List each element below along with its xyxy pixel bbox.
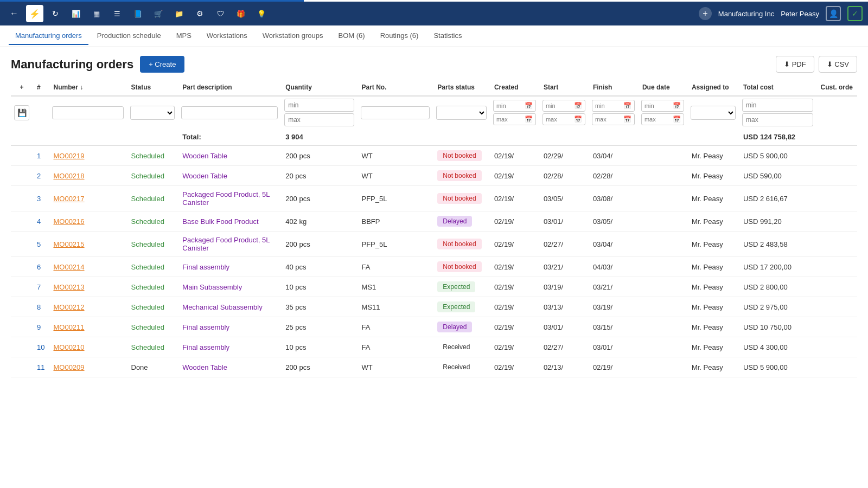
row-mo-id[interactable]: MO00212 bbox=[49, 297, 126, 317]
row-index[interactable]: 7 bbox=[33, 277, 49, 297]
col-number[interactable]: Number ↓ bbox=[49, 79, 126, 96]
row-index[interactable]: 3 bbox=[33, 186, 49, 211]
filter-status-select[interactable]: Scheduled Done bbox=[130, 106, 175, 120]
row-part-desc[interactable]: Mechanical Subassembly bbox=[178, 297, 281, 317]
col-created[interactable]: Created bbox=[490, 79, 539, 96]
nav-bom[interactable]: BOM (6) bbox=[332, 27, 372, 45]
calendar-finish-min-icon[interactable]: 📅 bbox=[623, 102, 631, 110]
row-part-desc[interactable]: Main Subassembly bbox=[178, 277, 281, 297]
app-icon-sync[interactable]: ↻ bbox=[47, 5, 64, 22]
calendar-due-min-icon[interactable]: 📅 bbox=[673, 102, 681, 110]
col-start[interactable]: Start bbox=[539, 79, 589, 96]
app-icon-list[interactable]: ☰ bbox=[108, 5, 126, 22]
app-icon-book[interactable]: 📘 bbox=[129, 5, 146, 22]
filter-created-min-input[interactable] bbox=[496, 102, 524, 109]
col-part-desc[interactable]: Part description bbox=[178, 79, 281, 96]
col-quantity[interactable]: Quantity bbox=[281, 79, 357, 96]
row-mo-id[interactable]: MO00209 bbox=[49, 357, 126, 377]
row-mo-id[interactable]: MO00218 bbox=[49, 166, 126, 186]
row-index[interactable]: 2 bbox=[33, 166, 49, 186]
row-part-desc[interactable]: Final assembly bbox=[178, 317, 281, 337]
row-part-desc[interactable]: Final assembly bbox=[178, 257, 281, 277]
filter-quantity-min[interactable] bbox=[284, 99, 354, 112]
filter-created-max[interactable]: 📅 bbox=[493, 113, 536, 125]
col-finish[interactable]: Finish bbox=[589, 79, 638, 96]
row-mo-id[interactable]: MO00215 bbox=[49, 232, 126, 257]
col-due-date[interactable]: Due date bbox=[638, 79, 687, 96]
calendar-due-max-icon[interactable]: 📅 bbox=[673, 115, 681, 123]
back-arrow-icon[interactable]: ← bbox=[5, 5, 23, 22]
filter-cost-min[interactable] bbox=[742, 99, 813, 112]
row-mo-id[interactable]: MO00214 bbox=[49, 257, 126, 277]
row-index[interactable]: 9 bbox=[33, 317, 49, 337]
filter-start-min[interactable]: 📅 bbox=[542, 100, 585, 112]
col-total-cost[interactable]: Total cost bbox=[739, 79, 816, 96]
filter-cost-max[interactable] bbox=[742, 113, 813, 126]
filter-start-min-input[interactable] bbox=[546, 102, 573, 109]
col-parts-status[interactable]: Parts status bbox=[433, 79, 490, 96]
row-part-desc[interactable]: Final assembly bbox=[178, 337, 281, 357]
filter-parts-status-select[interactable]: Not booked Delayed Expected Received bbox=[436, 106, 487, 120]
filter-start-max-input[interactable] bbox=[546, 116, 573, 123]
nav-mps[interactable]: MPS bbox=[170, 27, 198, 45]
row-index[interactable]: 8 bbox=[33, 297, 49, 317]
filter-finish-max[interactable]: 📅 bbox=[592, 113, 635, 125]
row-part-desc[interactable]: Wooden Table bbox=[178, 166, 281, 186]
filter-duedate-min-input[interactable] bbox=[644, 102, 672, 109]
filter-duedate-min[interactable]: 📅 bbox=[641, 100, 684, 112]
app-icon-bulb[interactable]: 💡 bbox=[253, 5, 270, 22]
filter-finish-max-input[interactable] bbox=[595, 116, 622, 123]
row-mo-id[interactable]: MO00210 bbox=[49, 337, 126, 357]
filter-number-input[interactable] bbox=[52, 106, 123, 119]
filter-duedate-max-input[interactable] bbox=[644, 116, 672, 123]
app-icon-gear[interactable]: ⚙ bbox=[191, 5, 208, 22]
filter-created-max-input[interactable] bbox=[496, 116, 524, 123]
create-button[interactable]: + Create bbox=[140, 56, 184, 73]
app-icon-lightning[interactable]: ⚡ bbox=[26, 5, 43, 22]
row-index[interactable]: 6 bbox=[33, 257, 49, 277]
col-cust-order[interactable]: Cust. orde bbox=[816, 79, 857, 96]
row-mo-id[interactable]: MO00216 bbox=[49, 211, 126, 232]
csv-button[interactable]: ⬇ CSV bbox=[819, 56, 857, 73]
calendar-start-min-icon[interactable]: 📅 bbox=[574, 102, 582, 110]
nav-statistics[interactable]: Statistics bbox=[427, 27, 468, 45]
nav-workstations[interactable]: Workstations bbox=[200, 27, 254, 45]
row-part-desc[interactable]: Base Bulk Food Product bbox=[178, 211, 281, 232]
app-icon-grid[interactable]: ▦ bbox=[88, 5, 105, 22]
row-index[interactable]: 5 bbox=[33, 232, 49, 257]
calendar-max-icon[interactable]: 📅 bbox=[525, 115, 533, 123]
col-assigned[interactable]: Assigned to bbox=[687, 79, 739, 96]
nav-routings[interactable]: Routings (6) bbox=[374, 27, 425, 45]
row-mo-id[interactable]: MO00211 bbox=[49, 317, 126, 337]
filter-quantity-max[interactable] bbox=[284, 113, 354, 126]
filter-duedate-max[interactable]: 📅 bbox=[641, 113, 684, 125]
row-index[interactable]: 11 bbox=[33, 357, 49, 377]
filter-finish-min-input[interactable] bbox=[595, 102, 622, 109]
row-mo-id[interactable]: MO00219 bbox=[49, 146, 126, 166]
row-index[interactable]: 4 bbox=[33, 211, 49, 232]
col-part-no[interactable]: Part No. bbox=[358, 79, 433, 96]
row-part-desc[interactable]: Wooden Table bbox=[178, 357, 281, 377]
filter-start-max[interactable]: 📅 bbox=[542, 113, 585, 125]
filter-assigned-select[interactable]: Mr. Peasy bbox=[691, 106, 736, 120]
row-part-desc[interactable]: Wooden Table bbox=[178, 146, 281, 166]
app-icon-gift[interactable]: 🎁 bbox=[232, 5, 250, 22]
app-icon-folder[interactable]: 📁 bbox=[170, 5, 188, 22]
nav-workstation-groups[interactable]: Workstation groups bbox=[256, 27, 330, 45]
add-column-header[interactable]: + bbox=[11, 79, 33, 96]
app-icon-basket[interactable]: 🛒 bbox=[150, 5, 167, 22]
row-index[interactable]: 10 bbox=[33, 337, 49, 357]
row-mo-id[interactable]: MO00213 bbox=[49, 277, 126, 297]
row-part-desc[interactable]: Packaged Food Product, 5L Canister bbox=[178, 232, 281, 257]
pdf-button[interactable]: ⬇ PDF bbox=[776, 56, 814, 73]
filter-finish-min[interactable]: 📅 bbox=[592, 100, 635, 112]
check-icon[interactable]: ✓ bbox=[847, 6, 863, 21]
filter-partno-input[interactable] bbox=[361, 106, 430, 119]
save-filter-button[interactable]: 💾 bbox=[14, 105, 29, 120]
calendar-start-max-icon[interactable]: 📅 bbox=[574, 115, 582, 123]
row-part-desc[interactable]: Packaged Food Product, 5L Canister bbox=[178, 186, 281, 211]
calendar-finish-max-icon[interactable]: 📅 bbox=[623, 115, 631, 123]
avatar-icon[interactable]: 👤 bbox=[826, 6, 841, 21]
app-icon-shield[interactable]: 🛡 bbox=[212, 5, 229, 22]
row-mo-id[interactable]: MO00217 bbox=[49, 186, 126, 211]
